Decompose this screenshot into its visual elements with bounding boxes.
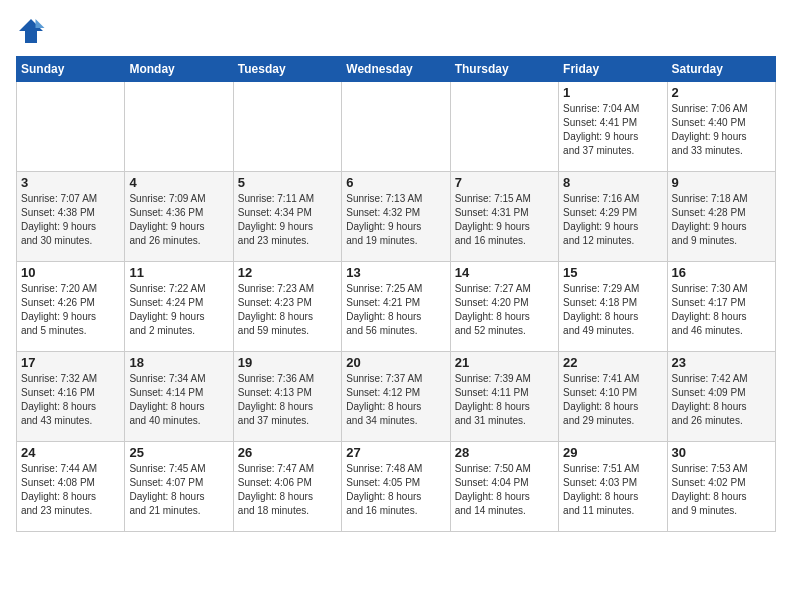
calendar-cell: 10Sunrise: 7:20 AM Sunset: 4:26 PM Dayli… <box>17 262 125 352</box>
day-info: Sunrise: 7:45 AM Sunset: 4:07 PM Dayligh… <box>129 462 228 518</box>
calendar-cell: 29Sunrise: 7:51 AM Sunset: 4:03 PM Dayli… <box>559 442 667 532</box>
calendar-cell: 5Sunrise: 7:11 AM Sunset: 4:34 PM Daylig… <box>233 172 341 262</box>
calendar-cell: 9Sunrise: 7:18 AM Sunset: 4:28 PM Daylig… <box>667 172 775 262</box>
day-info: Sunrise: 7:41 AM Sunset: 4:10 PM Dayligh… <box>563 372 662 428</box>
calendar-cell: 21Sunrise: 7:39 AM Sunset: 4:11 PM Dayli… <box>450 352 558 442</box>
day-info: Sunrise: 7:36 AM Sunset: 4:13 PM Dayligh… <box>238 372 337 428</box>
calendar-cell: 2Sunrise: 7:06 AM Sunset: 4:40 PM Daylig… <box>667 82 775 172</box>
calendar-cell: 1Sunrise: 7:04 AM Sunset: 4:41 PM Daylig… <box>559 82 667 172</box>
day-number: 4 <box>129 175 228 190</box>
day-number: 19 <box>238 355 337 370</box>
calendar-week-row: 24Sunrise: 7:44 AM Sunset: 4:08 PM Dayli… <box>17 442 776 532</box>
day-number: 11 <box>129 265 228 280</box>
day-info: Sunrise: 7:48 AM Sunset: 4:05 PM Dayligh… <box>346 462 445 518</box>
calendar-cell <box>125 82 233 172</box>
calendar-cell: 23Sunrise: 7:42 AM Sunset: 4:09 PM Dayli… <box>667 352 775 442</box>
day-number: 24 <box>21 445 120 460</box>
day-number: 15 <box>563 265 662 280</box>
day-number: 16 <box>672 265 771 280</box>
day-info: Sunrise: 7:15 AM Sunset: 4:31 PM Dayligh… <box>455 192 554 248</box>
calendar-week-row: 17Sunrise: 7:32 AM Sunset: 4:16 PM Dayli… <box>17 352 776 442</box>
calendar-cell: 18Sunrise: 7:34 AM Sunset: 4:14 PM Dayli… <box>125 352 233 442</box>
calendar-cell: 7Sunrise: 7:15 AM Sunset: 4:31 PM Daylig… <box>450 172 558 262</box>
day-number: 9 <box>672 175 771 190</box>
calendar-cell: 24Sunrise: 7:44 AM Sunset: 4:08 PM Dayli… <box>17 442 125 532</box>
calendar-cell <box>342 82 450 172</box>
day-info: Sunrise: 7:29 AM Sunset: 4:18 PM Dayligh… <box>563 282 662 338</box>
day-info: Sunrise: 7:23 AM Sunset: 4:23 PM Dayligh… <box>238 282 337 338</box>
day-number: 13 <box>346 265 445 280</box>
day-number: 12 <box>238 265 337 280</box>
day-info: Sunrise: 7:06 AM Sunset: 4:40 PM Dayligh… <box>672 102 771 158</box>
column-header-monday: Monday <box>125 57 233 82</box>
day-info: Sunrise: 7:50 AM Sunset: 4:04 PM Dayligh… <box>455 462 554 518</box>
calendar-cell <box>17 82 125 172</box>
day-number: 5 <box>238 175 337 190</box>
calendar-cell: 13Sunrise: 7:25 AM Sunset: 4:21 PM Dayli… <box>342 262 450 352</box>
calendar-cell: 3Sunrise: 7:07 AM Sunset: 4:38 PM Daylig… <box>17 172 125 262</box>
calendar-cell: 12Sunrise: 7:23 AM Sunset: 4:23 PM Dayli… <box>233 262 341 352</box>
calendar-cell: 30Sunrise: 7:53 AM Sunset: 4:02 PM Dayli… <box>667 442 775 532</box>
day-info: Sunrise: 7:32 AM Sunset: 4:16 PM Dayligh… <box>21 372 120 428</box>
day-number: 3 <box>21 175 120 190</box>
column-header-sunday: Sunday <box>17 57 125 82</box>
calendar-cell <box>450 82 558 172</box>
day-info: Sunrise: 7:25 AM Sunset: 4:21 PM Dayligh… <box>346 282 445 338</box>
day-info: Sunrise: 7:34 AM Sunset: 4:14 PM Dayligh… <box>129 372 228 428</box>
day-number: 6 <box>346 175 445 190</box>
svg-marker-0 <box>19 19 43 43</box>
calendar-cell: 15Sunrise: 7:29 AM Sunset: 4:18 PM Dayli… <box>559 262 667 352</box>
logo <box>16 16 50 46</box>
day-number: 8 <box>563 175 662 190</box>
calendar-cell: 27Sunrise: 7:48 AM Sunset: 4:05 PM Dayli… <box>342 442 450 532</box>
day-number: 27 <box>346 445 445 460</box>
day-number: 23 <box>672 355 771 370</box>
day-info: Sunrise: 7:51 AM Sunset: 4:03 PM Dayligh… <box>563 462 662 518</box>
calendar-cell: 16Sunrise: 7:30 AM Sunset: 4:17 PM Dayli… <box>667 262 775 352</box>
day-info: Sunrise: 7:44 AM Sunset: 4:08 PM Dayligh… <box>21 462 120 518</box>
page-header <box>16 16 776 46</box>
calendar-cell: 26Sunrise: 7:47 AM Sunset: 4:06 PM Dayli… <box>233 442 341 532</box>
day-info: Sunrise: 7:47 AM Sunset: 4:06 PM Dayligh… <box>238 462 337 518</box>
day-number: 14 <box>455 265 554 280</box>
day-info: Sunrise: 7:39 AM Sunset: 4:11 PM Dayligh… <box>455 372 554 428</box>
calendar-cell: 14Sunrise: 7:27 AM Sunset: 4:20 PM Dayli… <box>450 262 558 352</box>
day-info: Sunrise: 7:09 AM Sunset: 4:36 PM Dayligh… <box>129 192 228 248</box>
day-number: 2 <box>672 85 771 100</box>
day-number: 30 <box>672 445 771 460</box>
calendar-cell <box>233 82 341 172</box>
day-number: 18 <box>129 355 228 370</box>
day-number: 7 <box>455 175 554 190</box>
day-info: Sunrise: 7:22 AM Sunset: 4:24 PM Dayligh… <box>129 282 228 338</box>
day-info: Sunrise: 7:42 AM Sunset: 4:09 PM Dayligh… <box>672 372 771 428</box>
day-number: 25 <box>129 445 228 460</box>
calendar-week-row: 3Sunrise: 7:07 AM Sunset: 4:38 PM Daylig… <box>17 172 776 262</box>
column-header-wednesday: Wednesday <box>342 57 450 82</box>
calendar-cell: 11Sunrise: 7:22 AM Sunset: 4:24 PM Dayli… <box>125 262 233 352</box>
calendar-week-row: 1Sunrise: 7:04 AM Sunset: 4:41 PM Daylig… <box>17 82 776 172</box>
day-info: Sunrise: 7:16 AM Sunset: 4:29 PM Dayligh… <box>563 192 662 248</box>
calendar-week-row: 10Sunrise: 7:20 AM Sunset: 4:26 PM Dayli… <box>17 262 776 352</box>
day-number: 26 <box>238 445 337 460</box>
day-number: 28 <box>455 445 554 460</box>
day-info: Sunrise: 7:11 AM Sunset: 4:34 PM Dayligh… <box>238 192 337 248</box>
svg-marker-1 <box>36 19 45 28</box>
calendar-cell: 22Sunrise: 7:41 AM Sunset: 4:10 PM Dayli… <box>559 352 667 442</box>
day-info: Sunrise: 7:53 AM Sunset: 4:02 PM Dayligh… <box>672 462 771 518</box>
calendar-cell: 19Sunrise: 7:36 AM Sunset: 4:13 PM Dayli… <box>233 352 341 442</box>
calendar-cell: 28Sunrise: 7:50 AM Sunset: 4:04 PM Dayli… <box>450 442 558 532</box>
calendar-cell: 17Sunrise: 7:32 AM Sunset: 4:16 PM Dayli… <box>17 352 125 442</box>
column-header-friday: Friday <box>559 57 667 82</box>
day-number: 1 <box>563 85 662 100</box>
column-header-thursday: Thursday <box>450 57 558 82</box>
day-info: Sunrise: 7:30 AM Sunset: 4:17 PM Dayligh… <box>672 282 771 338</box>
day-number: 10 <box>21 265 120 280</box>
calendar-header-row: SundayMondayTuesdayWednesdayThursdayFrid… <box>17 57 776 82</box>
day-info: Sunrise: 7:04 AM Sunset: 4:41 PM Dayligh… <box>563 102 662 158</box>
day-info: Sunrise: 7:20 AM Sunset: 4:26 PM Dayligh… <box>21 282 120 338</box>
day-info: Sunrise: 7:18 AM Sunset: 4:28 PM Dayligh… <box>672 192 771 248</box>
day-info: Sunrise: 7:37 AM Sunset: 4:12 PM Dayligh… <box>346 372 445 428</box>
calendar-cell: 25Sunrise: 7:45 AM Sunset: 4:07 PM Dayli… <box>125 442 233 532</box>
column-header-saturday: Saturday <box>667 57 775 82</box>
day-number: 17 <box>21 355 120 370</box>
